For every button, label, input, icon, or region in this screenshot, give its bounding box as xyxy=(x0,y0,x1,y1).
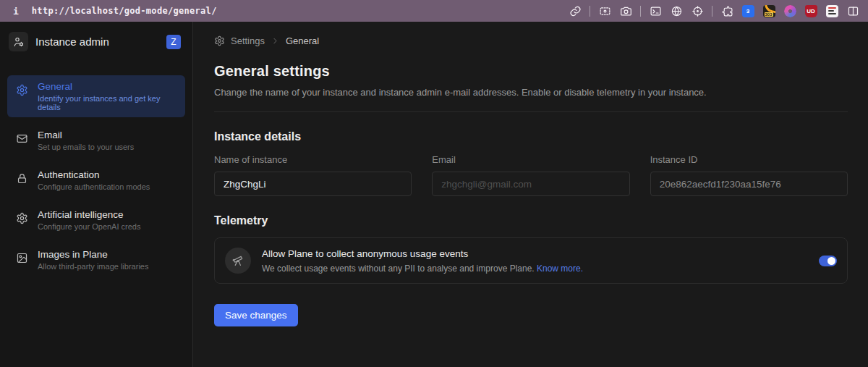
split-view-icon[interactable] xyxy=(846,4,859,17)
sidebar-item-label: Images in Plane xyxy=(38,249,148,260)
ublock-shield-icon[interactable]: UD xyxy=(804,4,817,17)
address-bar[interactable]: http://localhost/god-mode/general/ xyxy=(32,6,217,16)
toolbar-divider xyxy=(712,6,712,17)
mail-icon xyxy=(16,132,28,145)
sidebar-item-general[interactable]: General Identify your instances and get … xyxy=(7,75,185,117)
sidebar-item-images-in-plane[interactable]: Images in Plane Allow third-party image … xyxy=(7,243,185,277)
page-title: General settings xyxy=(214,63,848,80)
sidebar-header: Instance admin Z xyxy=(0,22,192,62)
name-of-instance-input[interactable] xyxy=(214,172,412,196)
reading-list-icon[interactable] xyxy=(825,4,838,17)
telemetry-heading: Telemetry xyxy=(214,214,848,227)
gear-icon xyxy=(16,84,28,96)
screenshot-icon[interactable] xyxy=(598,4,611,17)
name-of-instance-label: Name of instance xyxy=(214,154,412,165)
avatar[interactable]: Z xyxy=(166,35,181,49)
image-icon xyxy=(16,252,28,264)
telemetry-texts: Allow Plane to collect anonymous usage e… xyxy=(262,248,808,274)
telemetry-title: Allow Plane to collect anonymous usage e… xyxy=(262,248,808,259)
telemetry-toggle[interactable] xyxy=(819,256,837,266)
cog-icon xyxy=(16,212,28,224)
field-name-of-instance: Name of instance xyxy=(214,154,412,196)
sidebar-item-label: Artificial intelligence xyxy=(38,209,140,220)
lock-icon xyxy=(16,172,28,185)
target-icon[interactable] xyxy=(691,4,704,17)
sidebar-item-description: Set up emails to your users xyxy=(38,143,134,151)
toolbar-buttons: 3 303 UD xyxy=(569,4,859,17)
extensions-puzzle-icon[interactable] xyxy=(720,4,733,17)
telemetry-description: We collect usage events without any PII … xyxy=(262,263,808,274)
sidebar-item-label: Email xyxy=(38,130,134,140)
email-label: Email xyxy=(432,154,629,165)
instance-admin-title: Instance admin xyxy=(35,35,159,48)
toolbar-divider xyxy=(640,6,641,17)
sidebar-nav: General Identify your instances and get … xyxy=(0,75,192,277)
chevron-right-icon xyxy=(271,36,280,46)
breadcrumb: Settings General xyxy=(193,22,868,46)
globe-icon[interactable] xyxy=(670,4,683,17)
sidebar-item-label: General xyxy=(38,81,176,92)
page-header: General settings Change the name of your… xyxy=(214,63,848,112)
toolbar-divider xyxy=(590,6,590,17)
settings-gear-icon xyxy=(214,35,225,46)
camera-icon[interactable] xyxy=(619,4,632,17)
field-instance-id: Instance ID xyxy=(650,154,848,196)
terminal-icon[interactable] xyxy=(649,4,662,17)
sidebar: Instance admin Z General Identify your i… xyxy=(0,22,193,367)
sidebar-item-description: Allow third-party image libraries xyxy=(38,262,148,271)
sidebar-item-artificial-intelligence[interactable]: Artificial intelligence Configure your O… xyxy=(7,203,185,237)
user-cog-icon xyxy=(9,32,28,51)
sidebar-item-email[interactable]: Email Set up emails to your users xyxy=(7,124,185,157)
telescope-icon xyxy=(225,248,251,274)
app-frame: Instance admin Z General Identify your i… xyxy=(0,22,868,367)
ai-swirl-icon[interactable] xyxy=(783,4,796,17)
page-subtitle: Change the name of your instance and ins… xyxy=(214,87,848,98)
browser-toolbar: i http://localhost/god-mode/general/ 3 3… xyxy=(0,0,868,22)
save-changes-button[interactable]: Save changes xyxy=(214,304,298,326)
dev-swoosh-icon[interactable]: 303 xyxy=(762,4,775,17)
field-email: Email xyxy=(432,154,629,196)
sidebar-item-authentication[interactable]: Authentication Configure authentication … xyxy=(7,164,185,197)
instance-id-input[interactable] xyxy=(650,172,848,196)
instance-details-fields: Name of instance Email Instance ID xyxy=(214,154,848,196)
main-panel: Settings General General settings Change… xyxy=(193,22,868,367)
sidebar-item-description: Configure your OpenAI creds xyxy=(38,222,140,231)
sidebar-item-description: Configure authentication modes xyxy=(38,182,150,191)
link-icon[interactable] xyxy=(569,4,582,17)
email-input[interactable] xyxy=(432,172,629,196)
info-icon[interactable]: i xyxy=(13,6,19,17)
instance-details-heading: Instance details xyxy=(214,130,848,143)
password-shield-icon[interactable]: 3 xyxy=(741,4,754,17)
telemetry-card: Allow Plane to collect anonymous usage e… xyxy=(214,237,848,284)
sidebar-item-label: Authentication xyxy=(38,169,150,180)
general-settings-content: General settings Change the name of your… xyxy=(193,46,868,326)
sidebar-item-description: Identify your instances and get key deta… xyxy=(38,94,176,111)
know-more-link[interactable]: Know more. xyxy=(537,263,583,274)
breadcrumb-settings[interactable]: Settings xyxy=(231,35,265,46)
breadcrumb-general[interactable]: General xyxy=(286,35,319,46)
instance-id-label: Instance ID xyxy=(650,154,848,165)
